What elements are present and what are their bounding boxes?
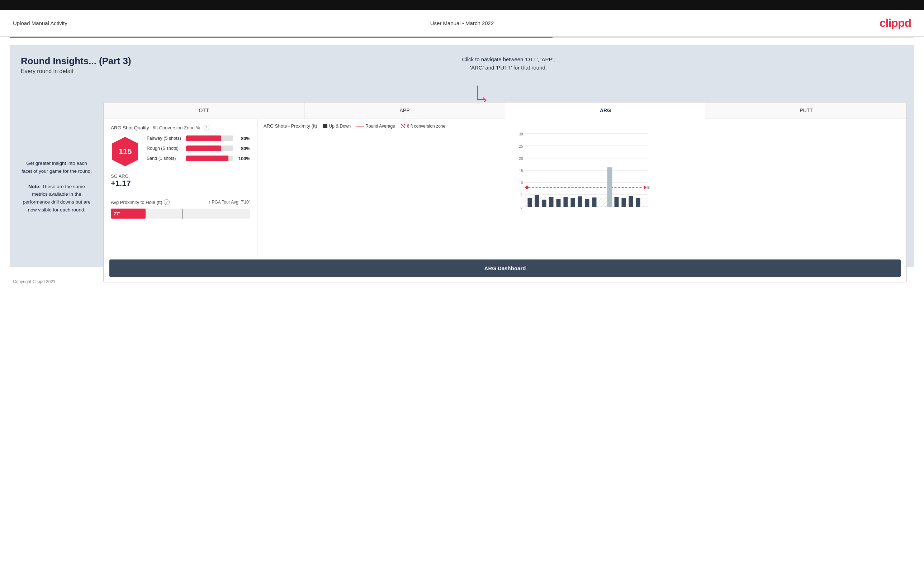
proximity-cursor	[183, 209, 183, 219]
svg-marker-19	[644, 185, 647, 190]
legend-updown: Up & Down	[323, 124, 351, 129]
upload-manual-label[interactable]: Upload Manual Activity	[13, 20, 68, 26]
tab-app[interactable]: APP	[304, 103, 505, 119]
bar-rough	[186, 145, 233, 151]
svg-rect-22	[535, 195, 539, 207]
svg-rect-27	[571, 198, 575, 207]
svg-rect-21	[528, 198, 532, 207]
bar-value-fairway: 80%	[236, 136, 250, 141]
svg-rect-35	[636, 198, 640, 207]
quality-title: ARG Shot Quality	[111, 125, 149, 131]
svg-text:25: 25	[519, 144, 523, 148]
top-bar	[0, 0, 924, 10]
proximity-bar-fill: 77'	[111, 209, 145, 219]
annotation-text: Click to navigate between 'OTT', 'APP', …	[462, 56, 555, 72]
bar-value-rough: 80%	[236, 146, 250, 151]
sg-label: SG ARG	[111, 174, 250, 179]
shot-row-sand: Sand (1 shots) 100%	[147, 156, 250, 161]
proximity-help-icon[interactable]: ?	[164, 199, 170, 205]
svg-rect-34	[629, 196, 633, 207]
svg-rect-31	[607, 168, 612, 207]
dashboard-card: OTT APP ARG PUTT ARG Shot Quality 6ft Co…	[103, 102, 907, 282]
bar-value-sand: 100%	[236, 156, 250, 161]
proximity-header: Avg Proximity to Hole (ft) ? ↑ PGA Tour …	[111, 199, 250, 205]
svg-text:20: 20	[519, 156, 523, 161]
bar-fill-sand	[186, 156, 228, 161]
svg-rect-25	[556, 199, 561, 207]
insight-text: Get greater insight into each facet of y…	[21, 160, 92, 214]
svg-text:0: 0	[521, 205, 523, 209]
card-body: ARG Shot Quality 6ft Conversion Zone % ?…	[103, 119, 906, 255]
clippd-logo: clippd	[880, 16, 911, 30]
chart-area: 0 5 10 15 20 25 30	[263, 132, 901, 210]
svg-rect-32	[615, 197, 619, 207]
legend-zone-icon	[401, 124, 405, 128]
svg-text:8: 8	[648, 185, 650, 190]
legend-zone: 6 ft conversion zone	[401, 124, 445, 129]
shot-label-fairway: Fairway (5 shots)	[147, 136, 186, 141]
proximity-section: Avg Proximity to Hole (ft) ? ↑ PGA Tour …	[111, 194, 250, 219]
svg-rect-23	[542, 200, 546, 207]
svg-rect-33	[622, 198, 626, 207]
manual-date-label: User Manual - March 2022	[430, 20, 494, 26]
header-divider	[10, 37, 914, 38]
proximity-value: 77'	[114, 211, 120, 216]
svg-text:5: 5	[521, 193, 523, 197]
header: Upload Manual Activity User Manual - Mar…	[0, 10, 924, 37]
tab-putt[interactable]: PUTT	[706, 103, 906, 119]
hex-badge: 115	[111, 135, 139, 168]
copyright: Copyright Clippd 2021	[13, 279, 56, 284]
hex-score-row: 115 Fairway (5 shots) 80%	[111, 135, 250, 168]
tab-ott[interactable]: OTT	[103, 103, 304, 119]
svg-marker-18	[525, 185, 529, 190]
hex-value: 115	[119, 147, 132, 156]
svg-text:30: 30	[519, 132, 523, 136]
right-panel: ARG Shots - Proximity (ft) Up & Down Rou…	[258, 119, 906, 255]
left-panel: ARG Shot Quality 6ft Conversion Zone % ?…	[103, 119, 258, 255]
help-icon[interactable]: ?	[204, 125, 209, 131]
bar-fill-fairway	[186, 135, 221, 141]
tab-arg[interactable]: ARG	[505, 103, 706, 119]
shot-label-rough: Rough (5 shots)	[147, 146, 186, 151]
bar-sand	[186, 156, 233, 161]
tabs-row: OTT APP ARG PUTT	[103, 103, 906, 119]
chart-title: ARG Shots - Proximity (ft)	[263, 123, 317, 129]
shot-row-fairway: Fairway (5 shots) 80%	[147, 135, 250, 141]
arg-dashboard-button[interactable]: ARG Dashboard	[109, 259, 901, 277]
main-content: Round Insights... (Part 3) Every round i…	[10, 45, 914, 267]
svg-rect-29	[585, 199, 590, 207]
quality-header: ARG Shot Quality 6ft Conversion Zone % ?	[111, 125, 250, 131]
zone-label: 6ft Conversion Zone %	[153, 125, 200, 131]
legend-dashed-icon	[356, 126, 363, 127]
bar-fill-rough	[186, 145, 221, 151]
shot-bars: Fairway (5 shots) 80% Rough (5 shots)	[147, 135, 250, 166]
svg-rect-30	[592, 197, 597, 207]
svg-rect-26	[564, 197, 568, 207]
pga-avg: ↑ PGA Tour Avg: 7'10"	[208, 200, 250, 205]
chart-header: ARG Shots - Proximity (ft) Up & Down Rou…	[263, 123, 901, 129]
legend-square-icon	[323, 124, 327, 128]
legend-roundavg: Round Average	[356, 124, 395, 129]
sg-section: SG ARG +1.17	[111, 174, 250, 188]
svg-text:15: 15	[519, 169, 523, 173]
svg-rect-28	[578, 197, 582, 207]
shot-label-sand: Sand (1 shots)	[147, 156, 186, 161]
svg-rect-24	[549, 197, 554, 207]
svg-text:10: 10	[519, 181, 523, 185]
sg-value: +1.17	[111, 179, 250, 188]
proximity-label: Avg Proximity to Hole (ft) ?	[111, 199, 170, 205]
bar-fairway	[186, 135, 233, 141]
proximity-bar: 77'	[111, 209, 250, 219]
shot-row-rough: Rough (5 shots) 80%	[147, 145, 250, 151]
